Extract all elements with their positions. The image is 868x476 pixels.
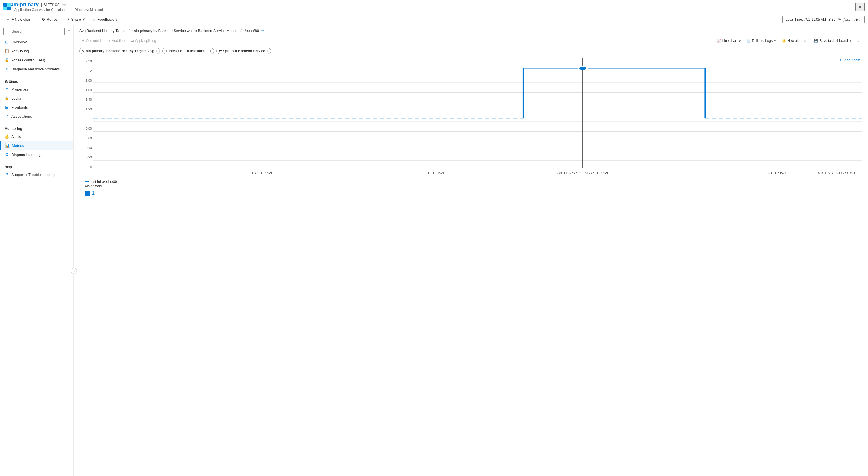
activity-log-icon: 📋 bbox=[4, 49, 9, 53]
chart-wrapper: 2.20 2 1.80 1.60 1.40 1.20 1 0.80 0.60 0… bbox=[79, 58, 862, 177]
app-logo bbox=[3, 3, 11, 10]
favorite-icon[interactable]: ☆ bbox=[62, 2, 66, 7]
nav-divider-2 bbox=[0, 122, 73, 122]
svg-text:Jul 22 1:52 PM: Jul 22 1:52 PM bbox=[557, 171, 609, 175]
sidebar-item-label: Activity log bbox=[11, 49, 29, 53]
sidebar-item-label: Properties bbox=[11, 87, 28, 92]
line-chart-icon: 📈 bbox=[717, 39, 721, 43]
sidebar-item-alerts[interactable]: 🔔 Alerts bbox=[0, 132, 73, 141]
line-chart-chevron: ∨ bbox=[739, 39, 741, 43]
feedback-button[interactable]: ☺ Feedback ∨ bbox=[89, 16, 121, 23]
more-button[interactable]: ... bbox=[855, 38, 862, 44]
time-range-label: Local Time: 7/22 11:05 AM - 3:39 PM (Aut… bbox=[785, 18, 862, 22]
data-point bbox=[579, 67, 587, 70]
nav-divider bbox=[0, 75, 73, 75]
main-layout: « ⊞ Overview 📋 Activity log 🔒 Access con… bbox=[0, 25, 868, 476]
sidebar-item-activity-log[interactable]: 📋 Activity log bbox=[0, 46, 73, 56]
sidebar-item-label: Alerts bbox=[11, 134, 21, 139]
save-dashboard-button[interactable]: 💾 Save to dashboard ∨ bbox=[812, 38, 854, 44]
svg-text:1 PM: 1 PM bbox=[426, 171, 444, 175]
share-chevron-icon: ∨ bbox=[83, 17, 85, 22]
sidebar-item-metrics[interactable]: 📊 Metrics bbox=[0, 141, 73, 150]
y-label-120: 1.20 bbox=[79, 107, 93, 111]
plus-icon: ＋ bbox=[6, 17, 10, 22]
sidebar-item-diagnose[interactable]: ⚕ Diagnose and solve problems bbox=[0, 65, 73, 74]
nav-divider-3 bbox=[0, 160, 73, 161]
more-icon[interactable]: ··· bbox=[67, 2, 71, 7]
iam-icon: 🔒 bbox=[4, 58, 9, 62]
sidebar-collapse-button[interactable]: « bbox=[66, 28, 71, 35]
frontends-icon: ⊟ bbox=[4, 105, 9, 109]
sidebar-item-support[interactable]: ? Support + Troubleshooting bbox=[0, 170, 73, 179]
metric-chip-close[interactable]: × bbox=[155, 49, 157, 53]
feedback-icon: ☺ bbox=[92, 17, 96, 22]
y-label-220: 2.20 bbox=[79, 60, 93, 63]
metric-chip-icon: ∿ bbox=[82, 49, 85, 53]
app-subtitle: Application Gateway for Containers bbox=[14, 8, 67, 12]
new-chart-button[interactable]: ＋ + New chart bbox=[3, 16, 34, 23]
legend-item-2: alb-primary bbox=[85, 184, 857, 188]
legend-value-box bbox=[85, 191, 90, 196]
y-label-080: 0.80 bbox=[79, 127, 93, 130]
y-label-180: 1.80 bbox=[79, 79, 93, 82]
sidebar-toggle-button[interactable]: ‹ bbox=[71, 268, 77, 274]
alert-rule-icon: 🔔 bbox=[782, 39, 786, 43]
line-chart-label: Line chart bbox=[722, 39, 737, 43]
y-label-020: 0.20 bbox=[79, 156, 93, 159]
share-label: Share bbox=[71, 17, 81, 22]
filter-chip-close[interactable]: × bbox=[209, 49, 212, 53]
drill-logs-button[interactable]: 📄 Drill into Logs ∨ bbox=[744, 38, 779, 44]
sidebar-item-frontends[interactable]: ⊟ Frontends bbox=[0, 103, 73, 112]
metric-chip: ∿ alb-primary, Backend Healthy Targets, … bbox=[79, 48, 160, 54]
y-label-1: 1 bbox=[79, 117, 93, 121]
split-chip-close[interactable]: × bbox=[266, 49, 269, 53]
sidebar-nav: ⊞ Overview 📋 Activity log 🔒 Access contr… bbox=[0, 37, 73, 179]
filter-chip-icon: ⊞ bbox=[165, 49, 168, 53]
split-chip-icon: ⇄ bbox=[219, 49, 222, 53]
line-chart-button[interactable]: 📈 Line chart ∨ bbox=[715, 38, 743, 44]
sidebar-item-overview[interactable]: ⊞ Overview bbox=[0, 37, 73, 46]
sidebar-item-label: Associations bbox=[11, 114, 32, 118]
separator bbox=[36, 17, 37, 22]
info-icon: ℹ bbox=[70, 8, 72, 12]
add-metric-label: Add metric bbox=[86, 39, 102, 43]
filter-chips-bar: ∿ alb-primary, Backend Healthy Targets, … bbox=[74, 46, 868, 56]
svg-text:12 PM: 12 PM bbox=[250, 171, 272, 175]
feedback-chevron-icon: ∨ bbox=[115, 17, 118, 22]
y-label-2: 2 bbox=[79, 69, 93, 72]
legend-label-1: test-infra/echo/80 bbox=[91, 180, 117, 184]
settings-section-title: Settings bbox=[0, 76, 73, 84]
sidebar-item-associations[interactable]: ⇌ Associations bbox=[0, 112, 73, 121]
sidebar-item-label: Metrics bbox=[12, 143, 24, 148]
edit-icon[interactable]: ✏ bbox=[261, 29, 264, 33]
diagnose-icon: ⚕ bbox=[4, 67, 9, 71]
search-input[interactable] bbox=[3, 28, 65, 35]
add-metric-button[interactable]: ＋ Add metric bbox=[79, 37, 104, 44]
apply-splitting-button[interactable]: ⇄ Apply splitting bbox=[129, 38, 158, 44]
overview-icon: ⊞ bbox=[4, 40, 9, 44]
alerts-icon: 🔔 bbox=[4, 134, 9, 139]
legend-color-1 bbox=[85, 181, 89, 182]
refresh-button[interactable]: ↻ Refresh bbox=[39, 16, 63, 23]
chart-svg: 12 PM 1 PM Jul 22 1:52 PM 3 PM UTC-05:00 bbox=[93, 58, 862, 177]
sidebar-item-locks[interactable]: 🔒 Locks bbox=[0, 94, 73, 103]
sidebar-item-diagnostic[interactable]: ⚙ Diagnostic settings bbox=[0, 150, 73, 159]
add-metric-icon: ＋ bbox=[82, 38, 85, 43]
y-axis: 2.20 2 1.80 1.60 1.40 1.20 1 0.80 0.60 0… bbox=[79, 58, 93, 177]
sidebar-item-iam[interactable]: 🔒 Access control (IAM) bbox=[0, 56, 73, 65]
legend-label-2: alb-primary bbox=[85, 184, 102, 188]
close-button[interactable]: ✕ bbox=[855, 3, 865, 11]
add-filter-button[interactable]: ⊞ Add filter bbox=[106, 38, 127, 44]
sidebar-item-label: Diagnostic settings bbox=[11, 152, 42, 157]
y-label-160: 1.60 bbox=[79, 88, 93, 92]
new-chart-label: + New chart bbox=[11, 17, 31, 22]
share-button[interactable]: ↗ Share ∨ bbox=[63, 16, 88, 23]
save-dashboard-label: Save to dashboard bbox=[819, 39, 848, 43]
feedback-label: Feedback bbox=[97, 17, 114, 22]
refresh-label: Refresh bbox=[47, 17, 60, 22]
time-range-button[interactable]: Local Time: 7/22 11:05 AM - 3:39 PM (Aut… bbox=[782, 16, 865, 23]
sidebar-item-label: Diagnose and solve problems bbox=[11, 67, 60, 71]
sidebar-item-label: Access control (IAM) bbox=[11, 58, 45, 62]
sidebar-item-properties[interactable]: ≡ Properties bbox=[0, 84, 73, 94]
new-alert-rule-button[interactable]: 🔔 New alert rule bbox=[780, 38, 810, 44]
